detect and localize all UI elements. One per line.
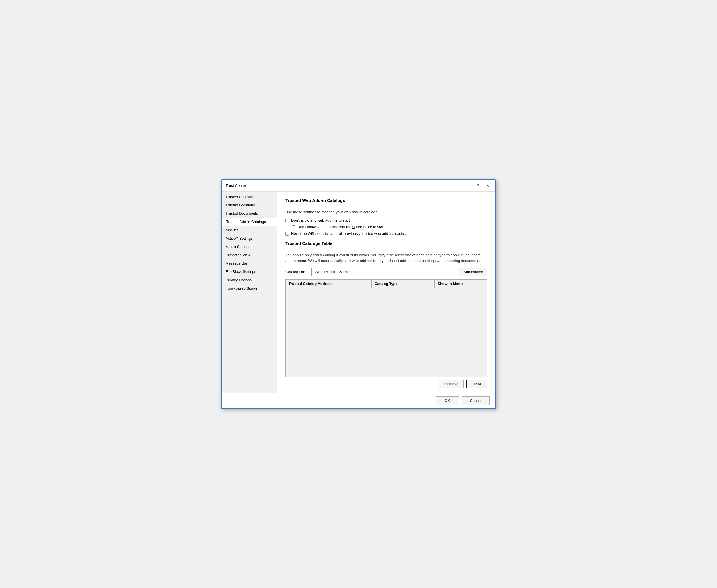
trust-center-dialog: Trust Center ? ✕ Trusted PublishersTrust… — [221, 180, 496, 409]
clear-button[interactable]: Clear — [466, 380, 487, 388]
catalogs-table: Trusted Catalog Address Catalog Type Sho… — [285, 279, 487, 377]
section2-description: You should only add a catalog if you tru… — [285, 252, 487, 264]
dont-allow-office-store-label[interactable]: Don't allow web add-ins from the Office … — [298, 225, 386, 229]
section2-title: Trusted Catalogs Table — [285, 241, 487, 246]
clear-cache-checkbox[interactable] — [285, 232, 289, 236]
catalog-url-input[interactable] — [311, 268, 456, 276]
section2-divider — [285, 248, 487, 248]
dont-allow-web-addins-label[interactable]: Don't allow any web add-ins to start. — [291, 218, 351, 223]
clear-cache-label[interactable]: Next time Office starts, clear all previ… — [291, 231, 406, 236]
section1-description: Use these settings to manage your web ad… — [285, 209, 487, 215]
sidebar-item-activex-settings[interactable]: ActiveX Settings — [221, 234, 277, 243]
sidebar-item-trusted-publishers[interactable]: Trusted Publishers — [221, 193, 277, 201]
sidebar-item-trusted-locations[interactable]: Trusted Locations — [221, 201, 277, 209]
main-content: Trusted Web Add-in Catalogs Use these se… — [277, 191, 496, 393]
sidebar-item-trusted-addin-catalogs[interactable]: Trusted Add-in Catalogs — [221, 217, 277, 226]
close-button[interactable]: ✕ — [484, 183, 492, 188]
checkbox3-row: Next time Office starts, clear all previ… — [285, 231, 487, 236]
dialog-body: Trusted PublishersTrusted LocationsTrust… — [221, 191, 496, 393]
add-catalog-button[interactable]: Add catalog — [459, 268, 487, 276]
sidebar-item-message-bar[interactable]: Message Bar — [221, 259, 277, 268]
sidebar-item-form-based-signin[interactable]: Form-based Sign-in — [221, 284, 277, 292]
bottom-buttons-row: Remove Clear — [285, 380, 487, 388]
table-header: Trusted Catalog Address Catalog Type Sho… — [286, 279, 487, 288]
dont-allow-office-store-checkbox[interactable] — [292, 225, 296, 229]
cancel-button[interactable]: Cancel — [462, 397, 490, 405]
catalog-url-row: Catalog Url: Add catalog — [285, 268, 487, 276]
remove-button[interactable]: Remove — [439, 380, 464, 388]
sidebar-item-add-ins[interactable]: Add-ins — [221, 226, 277, 234]
dont-allow-web-addins-checkbox[interactable] — [285, 219, 289, 223]
sidebar-item-privacy-options[interactable]: Privacy Options — [221, 276, 277, 284]
checkbox2-row: Don't allow web add-ins from the Office … — [292, 225, 487, 229]
dialog-footer: OK Cancel — [221, 393, 496, 408]
sidebar-item-trusted-documents[interactable]: Trusted Documents — [221, 209, 277, 217]
th-trusted-catalog-address: Trusted Catalog Address — [286, 279, 372, 288]
sidebar-item-macro-settings[interactable]: Macro Settings — [221, 243, 277, 251]
title-bar-controls: ? ✕ — [475, 183, 492, 188]
catalog-url-label: Catalog Url: — [285, 270, 308, 274]
sidebar-item-file-block-settings[interactable]: File Block Settings — [221, 268, 277, 276]
sidebar: Trusted PublishersTrusted LocationsTrust… — [221, 191, 277, 393]
dialog-title: Trust Center — [225, 184, 246, 188]
title-bar-left: Trust Center — [225, 184, 246, 188]
section1-divider — [285, 205, 487, 205]
title-bar: Trust Center ? ✕ — [221, 180, 496, 191]
table-body[interactable] — [286, 288, 487, 376]
sidebar-item-protected-view[interactable]: Protected View — [221, 251, 277, 259]
ok-button[interactable]: OK — [436, 397, 459, 405]
section1-title: Trusted Web Add-in Catalogs — [285, 198, 487, 203]
checkbox1-row: Don't allow any web add-ins to start. — [285, 218, 487, 223]
th-show-in-menu: Show in Menu — [435, 279, 487, 288]
th-catalog-type: Catalog Type — [372, 279, 435, 288]
help-button[interactable]: ? — [475, 183, 481, 188]
